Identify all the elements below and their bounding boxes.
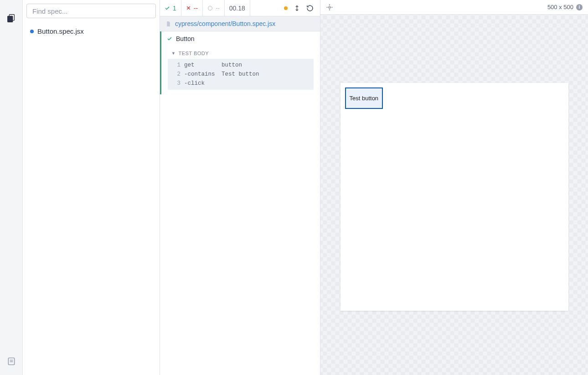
viewport-size-label: 500 x 500 [547, 4, 573, 10]
auto-scroll-icon[interactable] [294, 5, 300, 12]
aut-canvas-wrap: Test button [320, 15, 588, 375]
svg-point-9 [329, 6, 330, 8]
command-message: Test button [222, 71, 259, 77]
fail-stat: -- [181, 0, 203, 16]
skip-count: -- [216, 5, 220, 11]
spec-item[interactable]: Button.spec.jsx [26, 25, 156, 38]
command-row[interactable]: 3 -click [168, 79, 314, 88]
reporter-header: 1 -- -- 00.18 [160, 0, 320, 16]
rerun-icon[interactable] [306, 5, 314, 12]
fail-count: -- [194, 5, 198, 12]
check-icon [167, 36, 172, 41]
pass-count: 1 [173, 5, 176, 12]
skip-stat: -- [203, 0, 225, 16]
command-block: ▼ TEST BODY 1 get button 2 -contains Tes… [160, 46, 320, 94]
command-name: get [184, 62, 222, 68]
selector-playground-icon[interactable] [326, 4, 333, 11]
test-title: Button [176, 35, 194, 42]
test-body-label: TEST BODY [178, 51, 209, 56]
svg-rect-1 [7, 16, 12, 22]
aut-header: 500 x 500 i [320, 0, 588, 15]
pending-icon [207, 5, 213, 11]
svg-point-7 [208, 6, 212, 10]
warning-dot-icon [284, 6, 288, 10]
command-row[interactable]: 2 -contains Test button [168, 70, 314, 79]
test-row[interactable]: Button [160, 31, 320, 46]
spec-name: Button.spec.jsx [37, 27, 84, 35]
spec-list: Button.spec.jsx [23, 22, 160, 41]
command-number: 2 [170, 71, 181, 77]
reporter-controls [279, 0, 320, 16]
info-icon[interactable]: i [576, 4, 583, 10]
command-number: 1 [170, 62, 181, 68]
time-value: 00.18 [229, 5, 245, 12]
command-row[interactable]: 1 get button [168, 61, 314, 70]
docs-icon[interactable] [6, 356, 17, 367]
app-root: Button.spec.jsx 1 -- -- [0, 0, 588, 375]
reporter-panel: 1 -- -- 00.18 [160, 0, 320, 375]
command-number: 3 [170, 80, 181, 87]
nav-rail [0, 0, 23, 375]
command-log: 1 get button 2 -contains Test button 3 -… [168, 59, 314, 90]
spec-list-panel: Button.spec.jsx [23, 0, 160, 375]
caret-down-icon: ▼ [171, 51, 175, 56]
command-name: -contains [184, 71, 222, 77]
spec-file-row[interactable]: cypress/component/Button.spec.jsx [160, 16, 320, 31]
spec-file-path[interactable]: cypress/component/Button.spec.jsx [175, 20, 275, 27]
specs-icon[interactable] [6, 13, 17, 24]
test-body-toggle[interactable]: ▼ TEST BODY [168, 48, 314, 59]
file-icon [165, 21, 171, 27]
time-stat: 00.18 [225, 0, 250, 16]
check-icon [165, 5, 170, 11]
x-icon [186, 5, 191, 10]
aut-canvas: Test button [340, 83, 568, 311]
pass-stat: 1 [160, 0, 181, 16]
search-input[interactable] [26, 4, 156, 18]
status-dot-icon [30, 30, 34, 33]
aut-panel: 500 x 500 i Test button [320, 0, 588, 375]
command-name: -click [184, 80, 222, 87]
test-button[interactable]: Test button [345, 87, 383, 109]
command-message: button [222, 62, 242, 68]
